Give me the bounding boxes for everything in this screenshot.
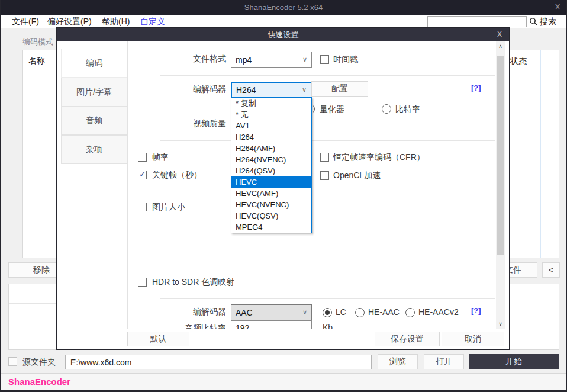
framerate-label[interactable]: 帧率	[152, 150, 169, 163]
configure-button[interactable]: 配置	[311, 81, 368, 97]
audio-codec-value: AAC	[236, 308, 253, 317]
search-button[interactable]: 搜索	[540, 15, 556, 28]
bitrate-label[interactable]: 比特率	[395, 102, 420, 115]
radio-dot	[325, 310, 330, 315]
codec-option-av1[interactable]: AV1	[231, 120, 311, 131]
audio-codec-select[interactable]: AAC ∨	[231, 304, 312, 320]
codec-option-copy[interactable]: * 复制	[231, 98, 311, 109]
section-divider	[160, 191, 495, 191]
source-folder-label: 源文件夹	[22, 355, 56, 368]
dialog-close-icon[interactable]: X	[495, 28, 504, 41]
quantizer-label[interactable]: 量化器	[320, 102, 344, 115]
keyframe-checkbox[interactable]: ✓	[138, 171, 147, 179]
audio-bitrate-unit: Kb	[323, 321, 333, 329]
video-quality-label: 视频质量	[160, 115, 226, 131]
video-codec-select[interactable]: H264 ∨	[231, 82, 312, 98]
codec-option-hevc[interactable]: HEVC	[231, 176, 311, 188]
file-format-select[interactable]: mp4 ∨	[231, 52, 312, 68]
start-button[interactable]: 开始	[469, 354, 559, 369]
codec-option-h264-qsv[interactable]: H264(QSV)	[231, 165, 311, 176]
title-bar: ShanaEncoder 5.2 x64 _ X	[0, 0, 567, 15]
video-codec-label: 编解码器	[160, 81, 226, 97]
section-divider	[160, 298, 495, 299]
codec-option-hevc-amf[interactable]: HEVC(AMF)	[231, 188, 311, 199]
cancel-button[interactable]: 取消	[442, 332, 504, 346]
quick-settings-dialog: 快速设置 X 编码 图片/字幕 音频 杂项 文件格式 mp4 ∨ 时间戳 编解码…	[56, 27, 510, 350]
collapse-button[interactable]: <	[542, 262, 560, 278]
dialog-scrollbar[interactable]: ∧ ∨	[496, 41, 505, 329]
source-folder-checkbox[interactable]	[8, 357, 17, 366]
timestamp-label[interactable]: 时间戳	[333, 53, 358, 66]
hdr-label[interactable]: HDR to SDR 色调映射	[152, 275, 234, 288]
cfr-label[interactable]: 恒定帧速率编码（CFR）	[333, 150, 425, 163]
cfr-checkbox[interactable]	[320, 153, 329, 162]
dialog-header[interactable]: 快速设置 X	[57, 28, 509, 41]
save-settings-button[interactable]: 保存设置	[375, 332, 440, 346]
audio-bitrate-input[interactable]	[231, 320, 312, 329]
dialog-tab-picture-subtitle[interactable]: 图片/字幕	[61, 78, 127, 107]
output-path-input[interactable]	[65, 355, 372, 369]
video-codec-value: H264	[236, 85, 256, 95]
status-bar	[1, 373, 566, 390]
dialog-content: 文件格式 mp4 ∨ 时间戳 编解码器 H264 ∨ 配置 [?] 量化器 比特…	[128, 41, 496, 329]
picture-size-checkbox[interactable]	[138, 203, 147, 211]
lc-radio[interactable]	[323, 308, 332, 317]
keyframe-label[interactable]: 关键帧（秒）	[152, 168, 202, 181]
lc-label[interactable]: LC	[336, 306, 346, 319]
window-border-left	[0, 0, 1, 392]
menu-file[interactable]: 文件(F)	[12, 15, 39, 28]
column-header-status: 状态	[510, 56, 527, 67]
he-aacv2-label[interactable]: HE-AACv2	[418, 306, 459, 319]
he-aacv2-radio[interactable]	[405, 308, 415, 317]
close-icon[interactable]: X	[552, 0, 563, 15]
scroll-up-icon[interactable]: ∧	[496, 41, 505, 51]
audio-help-link[interactable]: [?]	[471, 305, 481, 317]
tab-encode-mode[interactable]: 编码模式	[22, 37, 53, 47]
opencl-label[interactable]: OpenCL加速	[333, 169, 381, 182]
column-header-name: 名称	[28, 56, 45, 66]
file-format-value: mp4	[236, 55, 252, 65]
dialog-tab-misc[interactable]: 杂项	[61, 135, 127, 164]
chevron-down-icon: ∨	[302, 309, 307, 316]
scroll-down-icon[interactable]: ∨	[496, 319, 505, 329]
codec-option-h264[interactable]: H264	[231, 131, 311, 143]
column-divider	[540, 50, 541, 258]
search-icon[interactable]	[529, 17, 538, 26]
window-title: ShanaEncoder 5.2 x64	[0, 0, 567, 15]
framerate-checkbox[interactable]	[138, 153, 147, 162]
audio-codec-label: 编解码器	[160, 304, 226, 320]
minimize-icon[interactable]: _	[537, 0, 549, 15]
chevron-down-icon: ∨	[302, 56, 307, 63]
audio-bitrate-label: 音频比特率	[160, 320, 226, 329]
picture-size-label[interactable]: 图片大小	[152, 200, 185, 213]
bitrate-radio[interactable]	[382, 104, 391, 114]
dialog-tab-audio[interactable]: 音频	[61, 107, 127, 135]
open-button[interactable]: 打开	[424, 354, 464, 369]
dialog-title: 快速设置	[57, 28, 509, 41]
check-icon: ✓	[139, 169, 146, 179]
codec-option-hevc-qsv[interactable]: HEVC(QSV)	[231, 210, 311, 221]
codec-option-hevc-nvenc[interactable]: HEVC(NVENC)	[231, 199, 311, 210]
dialog-tab-encode[interactable]: 编码	[61, 49, 127, 78]
codec-dropdown-list: * 复制 * 无 AV1 H264 H264(AMF) H264(NVENC) …	[231, 97, 312, 233]
codec-option-h264-nvenc[interactable]: H264(NVENC)	[231, 154, 311, 165]
hdr-checkbox[interactable]	[138, 278, 147, 287]
timestamp-checkbox[interactable]	[320, 55, 329, 64]
chevron-down-icon: ∨	[302, 86, 307, 94]
file-format-label: 文件格式	[160, 51, 226, 67]
opencl-checkbox[interactable]	[320, 171, 329, 180]
codec-option-h264-amf[interactable]: H264(AMF)	[231, 143, 311, 154]
scrollbar-thumb[interactable]	[497, 56, 504, 255]
section-divider	[160, 140, 495, 141]
codec-option-mpeg4[interactable]: MPEG4	[231, 221, 311, 233]
codec-option-none[interactable]: * 无	[231, 109, 311, 120]
search-input[interactable]	[427, 16, 527, 27]
video-help-link[interactable]: [?]	[471, 82, 481, 94]
brand-label: ShanaEncoder	[8, 373, 70, 390]
he-aac-radio[interactable]	[355, 308, 365, 317]
he-aac-label[interactable]: HE-AAC	[368, 306, 400, 319]
browse-button[interactable]: 浏览	[378, 354, 418, 369]
section-divider	[160, 75, 495, 76]
default-button[interactable]: 默认	[127, 332, 189, 346]
